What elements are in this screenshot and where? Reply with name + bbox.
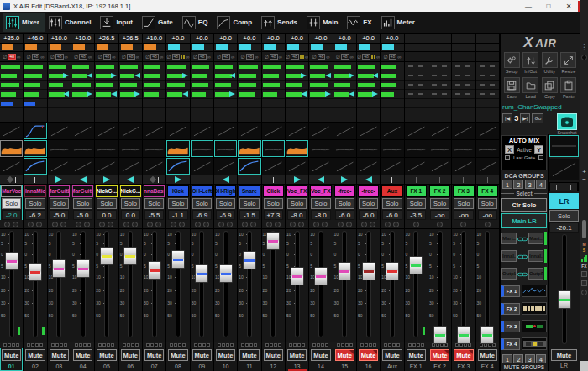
fader[interactable]: 1050510203050	[333, 229, 356, 342]
channel-strip-03[interactable]: +10.0∅48∞MarGuitLSolo-5.01050510203050Mu…	[48, 34, 71, 371]
fader[interactable]: 1050510203050	[143, 229, 165, 342]
mute-button[interactable]: Mute	[144, 349, 164, 361]
bus-button-left[interactable]: Innal...	[501, 250, 517, 262]
fx-send-level[interactable]	[71, 99, 94, 108]
pan-indicator[interactable]	[309, 175, 332, 185]
last-gate-checkbox-y[interactable]	[538, 155, 543, 160]
solo-button[interactable]: Solo	[168, 198, 187, 209]
gate-thumbnail[interactable]	[143, 123, 165, 140]
pan-knobs[interactable]	[24, 220, 46, 229]
pan-indicator[interactable]	[214, 175, 237, 185]
save-button[interactable]: Save	[502, 77, 521, 102]
gain-slider[interactable]	[119, 44, 142, 52]
comp-thumbnail[interactable]	[71, 158, 94, 175]
fader[interactable]: 1050510203050	[119, 229, 142, 342]
mute-button[interactable]: Mute	[430, 349, 449, 361]
tab-channel[interactable]: Channel	[46, 13, 97, 32]
fader-track[interactable]	[34, 232, 37, 337]
send-level[interactable]	[166, 90, 189, 99]
send-level[interactable]	[357, 71, 380, 81]
send-level[interactable]	[262, 90, 285, 99]
fader[interactable]: 1050510203050	[71, 229, 94, 342]
fx-send-level[interactable]	[428, 99, 451, 108]
gate-thumbnail[interactable]	[357, 123, 380, 140]
phantom-48v-icon[interactable]: 48	[222, 54, 230, 60]
phantom-48v-icon[interactable]: 48	[55, 54, 64, 60]
fader-track[interactable]	[391, 232, 394, 337]
fader[interactable]: 1050510203050	[381, 229, 403, 342]
mute-button[interactable]: Mute	[2, 349, 21, 361]
channel-name[interactable]: InnaMic	[24, 185, 45, 197]
gate-thumbnail[interactable]	[309, 123, 332, 140]
send-level[interactable]	[262, 71, 285, 81]
fx-button-4[interactable]: FX 4	[501, 338, 520, 350]
fader[interactable]: 1050510203050	[214, 229, 237, 342]
phantom-48v-icon[interactable]: 48	[150, 54, 159, 60]
gain-slider[interactable]	[381, 44, 403, 52]
insert-icon[interactable]: ∞	[376, 55, 380, 60]
channel-name[interactable]: InnaBass	[144, 185, 165, 197]
phantom-48v-icon[interactable]: 48	[362, 54, 370, 60]
pan-knobs[interactable]	[381, 220, 403, 229]
mute-button[interactable]: Mute	[264, 349, 283, 361]
fader-track[interactable]	[200, 232, 203, 337]
send-level[interactable]	[24, 71, 46, 81]
solo-button[interactable]: Solo	[359, 198, 378, 209]
send-level[interactable]	[119, 81, 142, 90]
fader-track[interactable]	[438, 232, 442, 337]
pan-indicator[interactable]	[333, 175, 356, 185]
comp-thumbnail[interactable]	[286, 158, 308, 175]
channel-name[interactable]: FX 1	[406, 185, 427, 197]
fx-display-1[interactable]	[522, 285, 547, 297]
polarity-icon[interactable]: ∅	[97, 54, 102, 60]
send-level[interactable]	[0, 62, 23, 71]
insert-icon[interactable]: ∞	[136, 55, 139, 60]
eq-thumbnail[interactable]	[333, 140, 356, 158]
pan-knobs[interactable]	[452, 220, 475, 229]
eq-thumbnail[interactable]	[452, 140, 475, 158]
channel-strip-01[interactable]: +35.0∅48∞MarVocSolo-2.01050510203050Mute…	[0, 34, 24, 371]
gate-thumbnail[interactable]	[286, 123, 308, 140]
phantom-48v-icon[interactable]: 48	[103, 54, 112, 60]
usb-link-icon[interactable]	[371, 55, 373, 59]
polarity-icon[interactable]: ∅	[265, 54, 269, 60]
eq-thumbnail[interactable]	[262, 140, 285, 158]
eq-thumbnail[interactable]	[119, 140, 142, 158]
gain-slider[interactable]	[214, 44, 237, 52]
fx-send-level[interactable]	[191, 99, 213, 108]
send-level[interactable]	[428, 62, 451, 71]
fx-display-3[interactable]	[522, 320, 547, 332]
fx-send-level[interactable]	[452, 99, 475, 108]
comp-thumbnail[interactable]	[0, 158, 23, 175]
pan-indicator[interactable]	[191, 175, 213, 185]
fx-display-2[interactable]	[522, 302, 547, 315]
channel-strip-02[interactable]: +46.0∅48∞InnaMicSolo-6.21050510203050Mut…	[24, 34, 47, 371]
fader[interactable]: 1050510203050	[0, 229, 23, 342]
polarity-icon[interactable]: ∅	[122, 54, 126, 60]
insert-icon[interactable]: ∞	[160, 55, 163, 60]
pan-indicator[interactable]	[166, 175, 189, 185]
mute-button[interactable]: Mute	[192, 349, 212, 361]
fader-cap[interactable]	[291, 267, 304, 285]
fader[interactable]: 1050510203050	[286, 229, 308, 342]
fx-send-level[interactable]	[48, 99, 71, 108]
clear-solo-button[interactable]: Clr Solo	[501, 198, 547, 212]
gain-slider[interactable]	[191, 44, 213, 52]
pan-indicator[interactable]	[24, 175, 46, 185]
send-level[interactable]	[71, 81, 94, 90]
send-level[interactable]	[24, 81, 46, 90]
send-level[interactable]	[191, 81, 213, 90]
send-level[interactable]	[166, 71, 189, 81]
pan-knobs[interactable]	[476, 220, 499, 229]
mute-button[interactable]: Mute	[287, 349, 307, 361]
phantom-48v-icon[interactable]: 48	[341, 54, 349, 60]
tab-fx[interactable]: FX	[344, 13, 376, 32]
fx-send-level[interactable]	[333, 99, 356, 108]
send-level[interactable]	[71, 90, 94, 99]
pan-indicator[interactable]	[357, 175, 380, 185]
pan-knobs[interactable]	[238, 220, 260, 229]
maximize-button[interactable]: □	[544, 3, 553, 10]
channel-name[interactable]: Voc_FX	[310, 185, 331, 197]
send-level[interactable]	[286, 81, 308, 90]
send-level[interactable]	[381, 90, 403, 99]
